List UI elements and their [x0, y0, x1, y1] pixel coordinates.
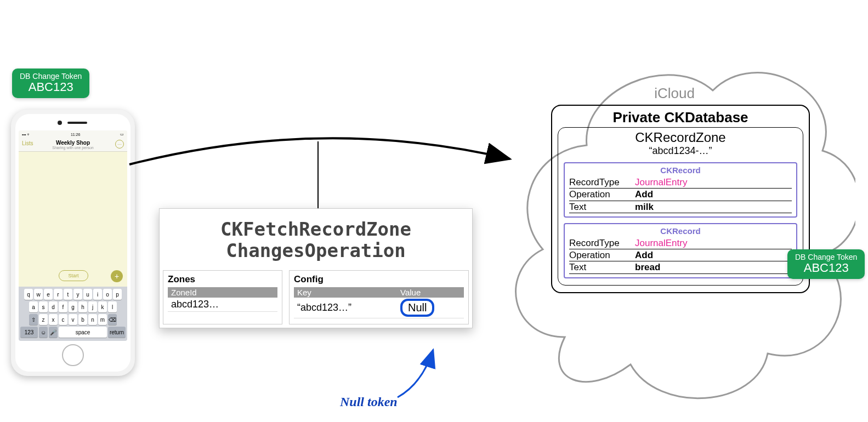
config-header-key: Key	[294, 287, 397, 298]
ckrecordzone-box: CKRecordZone “abcd1234-…” CKRecordRecord…	[558, 127, 803, 286]
recordtype-label: RecordType	[569, 237, 635, 249]
keyboard-key[interactable]: q	[24, 289, 33, 300]
text-label: Text	[569, 201, 635, 213]
recordtype-value: JournalEntry	[635, 237, 792, 249]
keyboard-key[interactable]: j	[88, 301, 97, 312]
recordtype-label: RecordType	[569, 176, 635, 188]
keyboard-key[interactable]: o	[103, 289, 112, 300]
private-ckdatabase-box: Private CKDatabase CKRecordZone “abcd123…	[551, 105, 810, 293]
operation-title: CKFetchRecordZone ChangesOperation	[160, 209, 472, 267]
icloud-label: iCloud	[493, 85, 855, 102]
status-battery: ▭	[120, 132, 124, 136]
phone-camera-dot	[58, 121, 62, 125]
keyboard-key[interactable]: k	[98, 301, 107, 312]
ckrecord-label: CKRecord	[569, 226, 792, 236]
config-table: Key Value “abcd123…” Null	[294, 287, 464, 318]
text-label: Text	[569, 261, 635, 273]
zones-table: ZoneId abcd123…	[168, 287, 277, 312]
zone-subtitle: “abcd1234-…”	[564, 145, 797, 157]
keyboard-key[interactable]: b	[78, 314, 87, 325]
nav-back-lists[interactable]: Lists	[22, 140, 33, 146]
keyboard-key[interactable]: c	[59, 314, 67, 325]
database-title: Private CKDatabase	[558, 109, 803, 126]
add-button[interactable]: +	[111, 270, 123, 282]
keyboard-key[interactable]: n	[88, 314, 97, 325]
keyboard-key[interactable]: l	[108, 301, 117, 312]
config-key: “abcd123…”	[294, 298, 397, 318]
status-left: ••• ᯤ	[22, 133, 31, 136]
operation-value: Add	[635, 189, 792, 200]
zones-label: Zones	[168, 274, 277, 285]
icloud-cloud: iCloud Private CKDatabase CKRecordZone “…	[493, 30, 855, 414]
keyboard-key[interactable]: v	[69, 314, 77, 325]
token-value: ABC123	[20, 81, 82, 94]
app-body: Start +	[19, 152, 127, 287]
start-button[interactable]: Start	[59, 270, 88, 281]
keyboard-key[interactable]: space	[59, 327, 107, 338]
null-value-highlight: Null	[400, 299, 434, 317]
config-panel: Config Key Value “abcd123…” Null	[289, 270, 469, 324]
keyboard-key[interactable]: h	[78, 301, 87, 312]
status-time: 11:26	[71, 133, 81, 136]
phone-screen: ••• ᯤ 11:26 ▭ Lists Weekly Shop Sharing …	[19, 130, 127, 341]
phone-earpiece	[67, 122, 87, 124]
more-icon[interactable]: ⋯	[115, 140, 124, 149]
keyboard-key[interactable]: i	[93, 289, 102, 300]
keyboard-key[interactable]: ⇧	[29, 314, 38, 325]
zone-title: CKRecordZone	[564, 130, 797, 145]
app-header: Lists Weekly Shop Sharing with one perso…	[19, 138, 127, 152]
zones-value: abcd123…	[168, 298, 277, 312]
token-value: ABC123	[795, 261, 857, 275]
ckrecord: CKRecordRecordTypeJournalEntryOperationA…	[564, 162, 797, 218]
keyboard-key[interactable]: a	[29, 301, 38, 312]
keyboard-key[interactable]: f	[59, 301, 67, 312]
keyboard-key[interactable]: p	[113, 289, 122, 300]
config-label: Config	[294, 274, 464, 285]
screen-title: Weekly Shop	[19, 140, 127, 146]
config-header-value: Value	[397, 287, 464, 298]
ios-keyboard[interactable]: qwertyuiop asdfghjkl ⇧zxcvbnm⌫ 123☺🎤spac…	[19, 287, 127, 341]
token-title: DB Change Token	[20, 72, 82, 81]
keyboard-key[interactable]: return	[108, 327, 126, 338]
keyboard-key[interactable]: 🎤	[49, 327, 58, 338]
operation-label: Operation	[569, 249, 635, 261]
keyboard-key[interactable]: y	[73, 289, 82, 300]
keyboard-key[interactable]: 123	[20, 327, 38, 338]
ckfetch-operation-box: CKFetchRecordZone ChangesOperation Zones…	[159, 208, 473, 328]
iphone-device: ••• ᯤ 11:26 ▭ Lists Weekly Shop Sharing …	[11, 110, 135, 376]
db-change-token-right: DB Change Token ABC123	[787, 249, 865, 279]
zones-header: ZoneId	[168, 287, 277, 298]
operation-label: Operation	[569, 189, 635, 200]
text-value: milk	[635, 201, 792, 213]
db-change-token-left: DB Change Token ABC123	[12, 69, 89, 98]
token-title: DB Change Token	[795, 253, 857, 261]
keyboard-key[interactable]: u	[83, 289, 92, 300]
recordtype-value: JournalEntry	[635, 176, 792, 188]
ckrecord-label: CKRecord	[569, 166, 792, 175]
home-button[interactable]	[62, 344, 84, 366]
keyboard-key[interactable]: s	[39, 301, 48, 312]
keyboard-key[interactable]: d	[49, 301, 58, 312]
status-bar: ••• ᯤ 11:26 ▭	[19, 130, 127, 138]
keyboard-key[interactable]: t	[64, 289, 72, 300]
keyboard-key[interactable]: z	[39, 314, 48, 325]
keyboard-key[interactable]: ⌫	[108, 314, 117, 325]
keyboard-key[interactable]: m	[98, 314, 107, 325]
keyboard-key[interactable]: x	[49, 314, 58, 325]
keyboard-key[interactable]: g	[69, 301, 77, 312]
text-value: bread	[635, 261, 792, 273]
null-token-annotation: Null token	[340, 395, 398, 409]
operation-value: Add	[635, 249, 792, 261]
keyboard-key[interactable]: e	[44, 289, 53, 300]
config-value-cell: Null	[397, 298, 464, 318]
screen-subtitle: Sharing with one person	[19, 146, 127, 150]
keyboard-key[interactable]: w	[34, 289, 43, 300]
keyboard-key[interactable]: ☺	[39, 327, 48, 338]
keyboard-key[interactable]: r	[54, 289, 63, 300]
zones-panel: Zones ZoneId abcd123…	[163, 270, 282, 324]
ckrecord: CKRecordRecordTypeJournalEntryOperationA…	[564, 223, 797, 278]
